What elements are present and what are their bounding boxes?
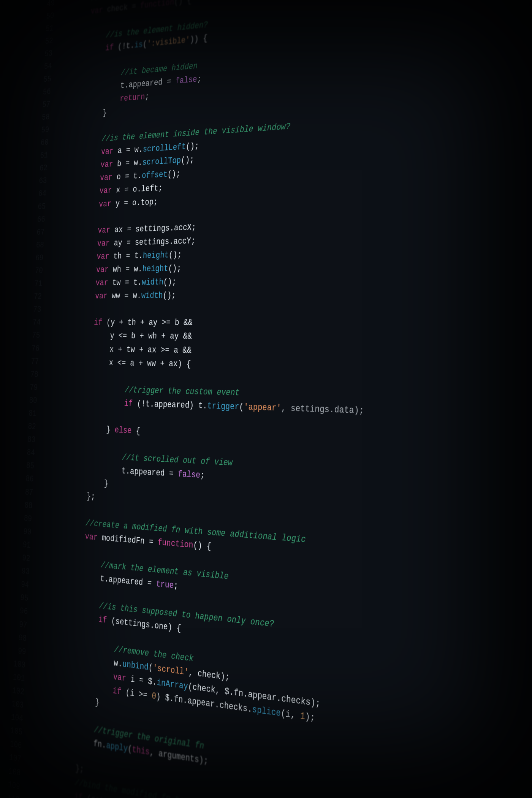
- token: if: [124, 399, 133, 409]
- token: >=: [160, 345, 169, 355]
- token: &&: [184, 318, 193, 328]
- token: th: [123, 318, 141, 328]
- line-number: 55: [31, 73, 52, 87]
- line-number: 80: [16, 394, 38, 408]
- token: );: [305, 711, 315, 724]
- token: };: [75, 763, 84, 775]
- token: )) {: [190, 33, 207, 45]
- token: false: [178, 469, 201, 481]
- token: a: [126, 358, 139, 369]
- token: }: [95, 697, 100, 708]
- token: w.: [130, 264, 143, 274]
- line-number: 83: [14, 433, 36, 447]
- token: is: [134, 40, 143, 50]
- token: ();: [168, 263, 181, 274]
- token: inArray: [157, 678, 188, 692]
- line-number: 58: [29, 111, 50, 125]
- token: ax) {: [164, 359, 191, 369]
- line-number: 76: [19, 342, 40, 356]
- token: //trigger the custom event: [125, 385, 240, 398]
- token: >=: [162, 318, 171, 328]
- token: w.: [128, 291, 142, 301]
- token: }: [106, 425, 115, 435]
- token: ;: [197, 74, 202, 84]
- token: {: [131, 426, 141, 436]
- token: var: [113, 672, 127, 684]
- line-number: 85: [13, 459, 35, 473]
- perspective-wrap: 4950515253545556575859606162636465666768…: [0, 0, 532, 798]
- token: ww: [108, 291, 125, 301]
- token: (y: [102, 318, 119, 328]
- token: ;: [174, 581, 179, 591]
- token: modifiedFn: [97, 533, 149, 547]
- token: x: [112, 185, 125, 196]
- token: var: [97, 239, 110, 249]
- token: y: [110, 331, 119, 341]
- line-number: 53: [32, 48, 53, 62]
- code-editor[interactable]: 4950515253545556575859606162636465666768…: [0, 0, 532, 798]
- token: o.left;: [128, 184, 163, 195]
- token: if: [112, 686, 122, 697]
- token: b: [127, 331, 140, 341]
- token: =: [169, 469, 174, 479]
- token: var: [97, 252, 109, 261]
- token: wh: [144, 331, 161, 341]
- token: ();: [181, 155, 195, 166]
- token: apply: [106, 741, 128, 754]
- line-number: 63: [26, 175, 47, 188]
- token: <=: [117, 358, 126, 368]
- line-number: 87: [12, 485, 33, 499]
- token: (: [239, 402, 244, 413]
- token: if: [98, 615, 107, 626]
- token: var: [96, 265, 109, 275]
- line-number: 60: [28, 136, 49, 150]
- token: &&: [183, 332, 192, 342]
- token: settings.accX;: [131, 222, 196, 234]
- token: ;: [200, 470, 205, 481]
- token: ww: [143, 358, 160, 369]
- token: ();: [163, 277, 176, 287]
- line-number: 66: [24, 213, 45, 227]
- token: (: [114, 42, 122, 52]
- token: true: [156, 579, 174, 591]
- token: w.: [114, 658, 123, 670]
- token: ay: [109, 238, 127, 248]
- line-number: 56: [30, 86, 51, 100]
- token: var: [100, 160, 113, 170]
- token: ();: [163, 291, 176, 301]
- token: var: [101, 147, 114, 157]
- token: b: [113, 159, 126, 169]
- token: $.: [143, 676, 157, 688]
- line-number: 64: [25, 188, 46, 201]
- token: ax: [110, 225, 127, 235]
- line-number: 62: [27, 162, 48, 176]
- token: ();: [168, 250, 182, 260]
- line-number: 90: [10, 524, 32, 539]
- token: a: [169, 345, 183, 355]
- token: ();: [186, 141, 200, 152]
- token: t.: [129, 171, 142, 181]
- token: t.: [130, 251, 143, 261]
- token: i: [126, 673, 139, 685]
- line-number: 59: [28, 124, 49, 138]
- line-number: 91: [10, 537, 31, 552]
- token: };: [87, 491, 95, 502]
- token: return: [120, 92, 145, 104]
- token: else: [114, 425, 132, 436]
- token: var: [100, 173, 113, 183]
- token: scrollLeft: [142, 142, 186, 155]
- token: 'appear': [244, 402, 281, 413]
- line-number: 71: [21, 278, 43, 291]
- line-number: 68: [23, 239, 44, 252]
- token: var: [99, 199, 112, 209]
- token: function: [157, 537, 193, 550]
- line-number: 74: [20, 317, 41, 329]
- line-number: 78: [17, 368, 39, 382]
- token: var: [99, 186, 112, 196]
- code-line[interactable]: if (y + th + ay >= b &&: [45, 316, 532, 331]
- line-number: 67: [24, 226, 45, 239]
- token: width: [141, 291, 163, 301]
- token: var: [95, 291, 108, 301]
- code-body[interactable]: //fires the appear event when appropriat…: [24, 0, 532, 798]
- token: ax: [143, 345, 161, 355]
